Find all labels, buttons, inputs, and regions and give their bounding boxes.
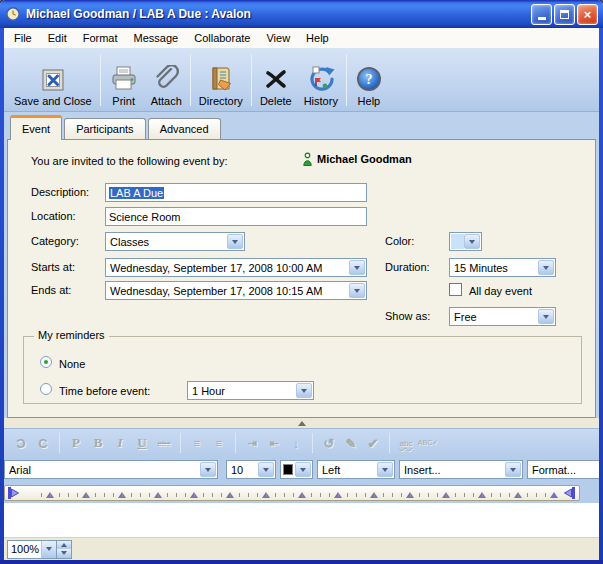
approve-button[interactable]: ✔ bbox=[362, 433, 384, 453]
tab-advanced[interactable]: Advanced bbox=[148, 118, 221, 139]
reminders-legend: My reminders bbox=[34, 329, 109, 341]
zoom-spinner[interactable] bbox=[56, 541, 71, 558]
redo-button[interactable]: C bbox=[32, 433, 54, 453]
ruler-tabstop[interactable] bbox=[478, 492, 486, 498]
menu-view[interactable]: View bbox=[258, 29, 298, 47]
chevron-down-icon[interactable] bbox=[538, 260, 554, 275]
format-select[interactable]: Format... bbox=[527, 460, 599, 479]
chevron-down-icon[interactable] bbox=[464, 234, 480, 249]
ruler-tabstop[interactable] bbox=[334, 492, 342, 498]
draw-button[interactable]: ✎ bbox=[340, 433, 362, 453]
category-select[interactable]: Classes bbox=[105, 232, 245, 251]
help-button[interactable]: ? Help bbox=[349, 51, 389, 109]
chevron-down-icon[interactable] bbox=[258, 462, 274, 477]
menu-collaborate[interactable]: Collaborate bbox=[186, 29, 258, 47]
starts-at-select[interactable]: Wednesday, September 17, 2008 10:00 AM bbox=[105, 258, 367, 277]
outdent-button[interactable]: ≡ bbox=[186, 433, 208, 453]
print-button[interactable]: Print bbox=[103, 51, 145, 109]
chevron-down-icon[interactable] bbox=[227, 234, 243, 249]
strikethrough-button[interactable]: abc bbox=[153, 433, 175, 453]
color-select[interactable] bbox=[449, 232, 482, 251]
ruler-tabstop[interactable] bbox=[406, 492, 414, 498]
ruler-tabstop[interactable] bbox=[442, 492, 450, 498]
ends-at-select[interactable]: Wednesday, September 17, 2008 10:15 AM bbox=[105, 281, 367, 300]
zoom-decrease-button[interactable] bbox=[57, 549, 71, 558]
pane-splitter[interactable] bbox=[4, 418, 599, 428]
ruler-tabstop[interactable] bbox=[82, 492, 90, 498]
bold-button[interactable]: B bbox=[87, 433, 109, 453]
menu-message[interactable]: Message bbox=[126, 29, 187, 47]
menu-file[interactable]: File bbox=[6, 29, 40, 47]
ruler-tabstop[interactable] bbox=[262, 492, 270, 498]
print-icon bbox=[109, 61, 139, 93]
ruler-tabstop[interactable] bbox=[226, 492, 234, 498]
line-spacing-button[interactable]: ↓ bbox=[285, 433, 307, 453]
titlebar[interactable]: Michael Goodman / LAB A Due : Avalon × bbox=[0, 0, 603, 28]
spell-check-button[interactable]: ABC✓ bbox=[417, 433, 439, 453]
ruler-tabstop[interactable] bbox=[118, 492, 126, 498]
show-as-select[interactable]: Free bbox=[449, 307, 556, 326]
revert-button[interactable]: ↺ bbox=[318, 433, 340, 453]
ruler-tabstop[interactable] bbox=[298, 492, 306, 498]
zoom-control[interactable]: 100% bbox=[7, 540, 72, 559]
chevron-down-icon[interactable] bbox=[200, 462, 216, 477]
minimize-button[interactable] bbox=[531, 4, 552, 25]
toolbar-separator bbox=[190, 54, 191, 106]
ruler-tabstop[interactable] bbox=[514, 492, 522, 498]
splitter-collapse-icon[interactable] bbox=[298, 421, 306, 426]
align-select[interactable]: Left bbox=[317, 460, 395, 479]
margin-left-button[interactable]: ⇤ bbox=[263, 433, 285, 453]
underline-button[interactable]: U bbox=[131, 433, 153, 453]
insert-select[interactable]: Insert... bbox=[399, 460, 523, 479]
menu-edit[interactable]: Edit bbox=[40, 29, 75, 47]
maximize-button[interactable] bbox=[554, 4, 575, 25]
delete-button[interactable]: Delete bbox=[254, 51, 298, 109]
ruler-left-indent-marker[interactable] bbox=[7, 487, 20, 502]
chevron-down-icon[interactable] bbox=[349, 283, 365, 298]
ruler-tabstop[interactable] bbox=[190, 492, 198, 498]
chevron-down-icon[interactable] bbox=[349, 260, 365, 275]
tab-event[interactable]: Event bbox=[10, 115, 62, 140]
margin-right-button[interactable]: ⇥ bbox=[241, 433, 263, 453]
chevron-down-icon[interactable] bbox=[296, 383, 312, 398]
save-and-close-button[interactable]: Save and Close bbox=[8, 51, 98, 109]
minimize-icon bbox=[538, 17, 546, 20]
menu-format[interactable]: Format bbox=[75, 29, 126, 47]
chevron-down-icon[interactable] bbox=[505, 462, 521, 477]
ruler-tabstop[interactable] bbox=[46, 492, 54, 498]
font-size-select[interactable]: 10 bbox=[226, 460, 276, 479]
thesaurus-button[interactable]: abc bbox=[395, 433, 417, 453]
chevron-down-icon[interactable] bbox=[377, 462, 393, 477]
directory-button[interactable]: Directory bbox=[193, 51, 249, 109]
history-button[interactable]: History bbox=[298, 51, 344, 109]
menu-help[interactable]: Help bbox=[298, 29, 337, 47]
tab-participants[interactable]: Participants bbox=[64, 118, 145, 139]
chevron-down-icon[interactable] bbox=[295, 462, 311, 477]
zoom-increase-button[interactable] bbox=[57, 541, 71, 550]
ruler-track[interactable] bbox=[4, 485, 580, 501]
ruler-tabstop[interactable] bbox=[370, 492, 378, 498]
body-edit-area[interactable] bbox=[4, 503, 599, 537]
description-input[interactable]: LAB A Due bbox=[105, 183, 367, 202]
duration-select[interactable]: 15 Minutes bbox=[449, 258, 556, 277]
chevron-down-icon[interactable] bbox=[538, 309, 554, 324]
plain-style-button[interactable]: P bbox=[65, 433, 87, 453]
zoom-dropdown-button[interactable] bbox=[41, 541, 56, 558]
font-family-select[interactable]: Arial bbox=[4, 460, 218, 479]
reminder-time-radio[interactable] bbox=[40, 383, 52, 395]
all-day-checkbox[interactable] bbox=[449, 283, 462, 296]
undo-button[interactable]: Ɔ bbox=[10, 433, 32, 453]
save-and-close-icon bbox=[40, 61, 66, 93]
reminder-none-radio[interactable] bbox=[40, 356, 52, 368]
color-value-swatch bbox=[451, 234, 464, 249]
ruler-tabstop[interactable] bbox=[550, 492, 558, 498]
location-input[interactable]: Science Room bbox=[105, 207, 367, 226]
font-color-select[interactable] bbox=[280, 460, 313, 479]
indent-button[interactable]: ≡ bbox=[208, 433, 230, 453]
attach-button[interactable]: Attach bbox=[145, 51, 188, 109]
italic-button[interactable]: I bbox=[109, 433, 131, 453]
ruler-right-indent-marker[interactable] bbox=[563, 487, 576, 502]
ruler-tabstop[interactable] bbox=[154, 492, 162, 498]
reminder-time-select[interactable]: 1 Hour bbox=[187, 381, 314, 400]
close-button[interactable]: × bbox=[577, 4, 598, 25]
